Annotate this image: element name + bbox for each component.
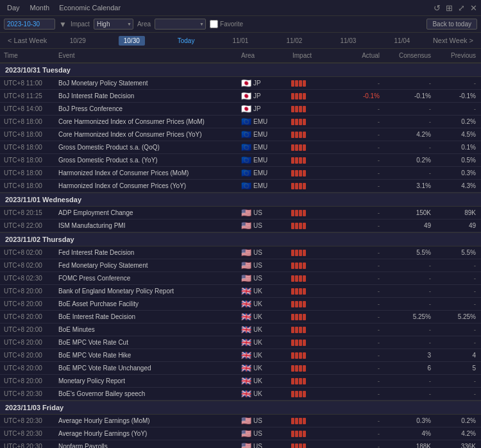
impact-bars [289, 261, 340, 270]
expand-icon[interactable]: ⤢ [458, 3, 465, 13]
table-row[interactable]: UTC+8 18:00Core Harmonized Index of Cons… [0, 116, 481, 128]
table-row[interactable]: UTC+8 18:00Core Harmonized Index of Cons… [0, 128, 481, 141]
event-consensus: 3 [385, 350, 436, 360]
table-row[interactable]: UTC+8 20:00BoE MPC Vote Rate Cut🇬🇧UK--- [0, 336, 481, 349]
nav-date-Today[interactable]: Today [173, 36, 200, 46]
flag-icon: 🇬🇧 [241, 299, 251, 309]
table-row[interactable]: UTC+8 18:00Gross Domestic Product s.a. (… [0, 141, 481, 154]
event-previous: 4.5% [436, 130, 481, 139]
table-row[interactable]: UTC+8 20:30Average Hourly Earnings (MoM)… [0, 415, 481, 427]
table-row[interactable]: UTC+8 18:00Harmonized Index of Consumer … [0, 167, 481, 180]
table-row[interactable]: UTC+8 14:00BoJ Press Conference🇯🇵JP--- [0, 103, 481, 116]
event-name: BoE Interest Rate Decision [55, 311, 237, 322]
event-previous: - [436, 299, 481, 309]
event-area: 🇺🇸US [237, 272, 289, 284]
tab-day[interactable]: Day [4, 3, 23, 13]
table-row[interactable]: UTC+8 18:00Gross Domestic Product s.a. (… [0, 154, 481, 167]
event-time: UTC+8 20:00 [0, 350, 55, 360]
table-row[interactable]: UTC+8 02:30FOMC Press Conference🇺🇸US--- [0, 272, 481, 285]
area-select[interactable] [155, 19, 206, 30]
favorite-checkbox-label[interactable]: Favorite [210, 20, 243, 28]
table-row[interactable]: UTC+8 20:30Average Hourly Earnings (YoY)… [0, 427, 481, 440]
nav-date-11-01[interactable]: 11/01 [227, 36, 253, 46]
event-name: FOMC Press Conference [55, 273, 237, 284]
event-area: 🇺🇸US [237, 246, 289, 259]
grid-icon[interactable]: ⊞ [446, 3, 453, 13]
table-row[interactable]: UTC+8 20:30Nonfarm Payrolls🇺🇸US-188K336K [0, 440, 481, 448]
table-row[interactable]: UTC+8 20:30BoE's Governor Bailey speech🇬… [0, 388, 481, 401]
impact-select[interactable]: High Medium Low [94, 19, 133, 30]
event-name: ADP Employment Change [55, 207, 237, 218]
table-row[interactable]: UTC+8 20:00BoE Minutes🇬🇧UK--- [0, 323, 481, 336]
flag-icon: 🇪🇺 [241, 142, 251, 152]
flag-icon: 🇬🇧 [241, 338, 251, 347]
event-previous: 4 [436, 350, 481, 360]
event-consensus: 0.2% [385, 155, 436, 165]
table-row[interactable]: UTC+8 20:00BoE MPC Vote Rate Unchanged🇬🇧… [0, 362, 481, 375]
event-consensus: - [385, 389, 436, 399]
filter-bar: ▼ Impact High Medium Low Area Favorite B… [0, 16, 481, 33]
back-today-button[interactable]: Back to today [426, 19, 477, 30]
favorite-checkbox[interactable] [210, 20, 218, 28]
table-row[interactable]: UTC+8 20:00BoE MPC Vote Rate Hike🇬🇧UK-34 [0, 349, 481, 362]
prev-week-arrow[interactable]: < Last Week [4, 35, 51, 46]
tab-month[interactable]: Month [27, 3, 53, 13]
nav-date-10-30[interactable]: 10/30 [119, 36, 145, 46]
event-consensus: 4.2% [385, 130, 436, 139]
table-row[interactable]: UTC+8 11:00BoJ Monetary Policy Statement… [0, 77, 481, 90]
event-name: Bank of England Monetary Policy Report [55, 286, 237, 297]
table-row[interactable]: UTC+8 20:00BoE Asset Purchase Facility🇬🇧… [0, 298, 481, 311]
event-previous: - [436, 389, 481, 399]
table-row[interactable]: UTC+8 20:00Monetary Policy Report🇬🇧UK--- [0, 375, 481, 388]
table-row[interactable]: UTC+8 20:15ADP Employment Change🇺🇸US-150… [0, 207, 481, 220]
next-week-arrow[interactable]: Next Week > [429, 35, 477, 46]
refresh-icon[interactable]: ↺ [434, 3, 441, 13]
table-row[interactable]: UTC+8 02:00Fed Monetary Policy Statement… [0, 259, 481, 272]
table-row[interactable]: UTC+8 22:00ISM Manufacturing PMI🇺🇸US-494… [0, 220, 481, 232]
impact-select-wrap: High Medium Low [94, 19, 133, 30]
event-actual: -0.1% [340, 91, 385, 101]
event-previous: 0.1% [436, 142, 481, 152]
event-actual: - [340, 78, 385, 88]
area-code: UK [253, 313, 262, 320]
area-code: EMU [253, 182, 267, 189]
event-time: UTC+8 20:00 [0, 376, 55, 386]
event-previous: 336K [436, 442, 481, 448]
event-consensus: 49 [385, 221, 436, 230]
event-area: 🇬🇧UK [237, 285, 289, 297]
close-icon[interactable]: ✕ [470, 3, 477, 13]
area-code: UK [253, 377, 262, 384]
event-consensus: - [385, 117, 436, 126]
event-previous: - [436, 376, 481, 386]
flag-icon: 🇺🇸 [241, 273, 251, 283]
nav-date-11-04[interactable]: 11/04 [389, 36, 415, 46]
flag-icon: 🇺🇸 [241, 429, 251, 438]
event-area: 🇪🇺EMU [237, 154, 289, 166]
event-time: UTC+8 18:00 [0, 117, 55, 126]
event-previous: 49 [436, 221, 481, 230]
table-row[interactable]: UTC+8 20:00Bank of England Monetary Poli… [0, 285, 481, 298]
table-row[interactable]: UTC+8 18:00Harmonized Index of Consumer … [0, 180, 481, 193]
table-row[interactable]: UTC+8 02:00Fed Interest Rate Decision🇺🇸U… [0, 246, 481, 259]
flag-icon: 🇬🇧 [241, 286, 251, 296]
table-row[interactable]: UTC+8 11:25BoJ Interest Rate Decision🇯🇵J… [0, 90, 481, 103]
nav-date-11-02[interactable]: 11/02 [281, 36, 307, 46]
event-time: UTC+8 20:00 [0, 299, 55, 309]
nav-date-11-03[interactable]: 11/03 [335, 36, 361, 46]
event-actual: - [340, 142, 385, 152]
table-row[interactable]: UTC+8 20:00BoE Interest Rate Decision🇬🇧U… [0, 311, 481, 323]
event-previous: 4.3% [436, 181, 481, 191]
event-consensus: - [385, 168, 436, 178]
date-input[interactable] [4, 19, 55, 30]
event-name: Fed Monetary Policy Statement [55, 260, 237, 271]
flag-icon: 🇺🇸 [241, 442, 251, 448]
nav-date-10-29[interactable]: 10/29 [65, 36, 91, 46]
event-name: BoE MPC Vote Rate Cut [55, 337, 237, 348]
event-area: 🇯🇵JP [237, 90, 289, 102]
impact-bars [289, 429, 340, 438]
impact-bars [289, 169, 340, 178]
event-previous: 5.5% [436, 248, 481, 257]
event-area: 🇬🇧UK [237, 298, 289, 310]
flag-icon: 🇯🇵 [241, 78, 251, 88]
window-controls: ↺ ⊞ ⤢ ✕ [434, 3, 477, 13]
